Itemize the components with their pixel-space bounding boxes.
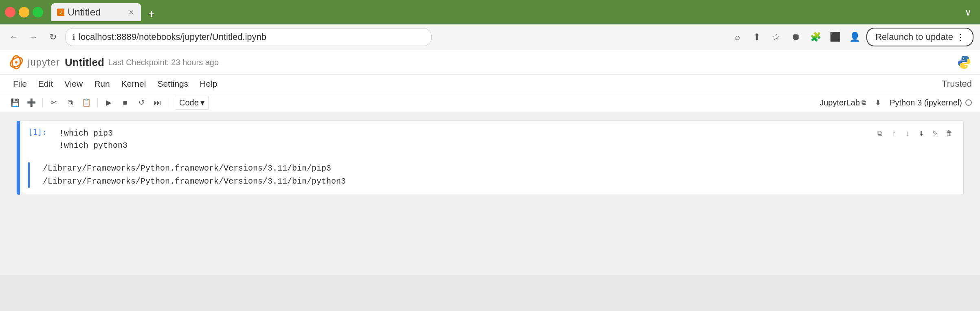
run-button[interactable]: ▶ xyxy=(102,96,116,110)
copy-cell-button[interactable]: ⧉ xyxy=(874,127,886,140)
toolbar-right: JupyterLab ⧉ ⬇ Python 3 (ipykernel) xyxy=(820,96,972,110)
menu-run[interactable]: Run xyxy=(89,77,115,90)
notebook-title[interactable]: Untitled xyxy=(65,56,104,69)
address-bar: ← → ↻ ℹ localhost:8889/notebooks/jupyter… xyxy=(0,24,980,50)
kernel-status-icon xyxy=(965,99,972,106)
relaunch-label: Relaunch to update xyxy=(875,32,953,42)
tab-close-button[interactable]: × xyxy=(127,7,135,18)
code-cell[interactable]: [1]: !which pip3 !which python3 /Library… xyxy=(16,120,964,195)
tab-favicon: J xyxy=(57,9,64,16)
insert-button[interactable]: ⬇ xyxy=(915,127,927,140)
more-button[interactable]: ⋮ xyxy=(956,32,965,42)
checkpoint-text: Last Checkpoint: 23 hours ago xyxy=(108,58,219,67)
forward-button[interactable]: → xyxy=(26,30,41,44)
kernel-info: Python 3 (ipykernel) xyxy=(890,98,972,107)
jupyter-logo-icon xyxy=(8,54,24,70)
copy-button[interactable]: ⧉ xyxy=(63,96,77,110)
output-line-1: /Library/Frameworks/Python.framework/Ver… xyxy=(43,162,346,175)
tab-chevron-icon: ∨ xyxy=(965,7,972,18)
address-input[interactable]: ℹ localhost:8889/notebooks/jupyter/Untit… xyxy=(65,28,432,46)
cell-type-label: Code xyxy=(179,98,199,107)
edit-button[interactable]: ✎ xyxy=(929,127,941,140)
download-button[interactable]: ⬇ xyxy=(871,96,885,110)
cell-type-select[interactable]: Code ▾ xyxy=(175,96,209,110)
reload-button[interactable]: ↻ xyxy=(46,30,60,44)
code-line-2: !which python3 xyxy=(59,140,127,152)
notebook-content: [1]: !which pip3 !which python3 /Library… xyxy=(0,112,980,275)
cell-execution-label: [1]: xyxy=(28,127,53,136)
paste-button[interactable]: 📋 xyxy=(79,96,93,110)
menu-file[interactable]: File xyxy=(8,77,32,90)
new-tab-button[interactable]: + xyxy=(144,7,159,21)
jupyterlab-link[interactable]: JupyterLab ⧉ xyxy=(820,98,866,107)
jupyter-app: jupyter Untitled Last Checkpoint: 23 hou… xyxy=(0,50,980,275)
browser-tab[interactable]: J Untitled × xyxy=(51,3,141,21)
kernel-label: Python 3 (ipykernel) xyxy=(890,98,962,107)
jupyter-logo-text: jupyter xyxy=(28,57,60,68)
menu-edit[interactable]: Edit xyxy=(33,77,58,90)
svg-point-2 xyxy=(15,61,18,64)
menu-help[interactable]: Help xyxy=(195,77,222,90)
cell-content: [1]: !which pip3 !which python3 /Library… xyxy=(20,121,963,195)
jupyterlab-link-icon: ⧉ xyxy=(861,99,866,106)
trusted-badge: Trusted xyxy=(942,79,972,89)
jupyter-logo: jupyter xyxy=(8,54,60,70)
back-button[interactable]: ← xyxy=(7,30,21,44)
cell-output-content: /Library/Frameworks/Python.framework/Ver… xyxy=(28,162,955,188)
menu-kernel[interactable]: Kernel xyxy=(116,77,151,90)
move-down-button[interactable]: ↓ xyxy=(901,127,914,140)
delete-cell-button[interactable]: 🗑 xyxy=(943,127,955,140)
cell-actions: ⧉ ↑ ↓ ⬇ ✎ 🗑 xyxy=(869,124,960,143)
relaunch-button[interactable]: Relaunch to update ⋮ xyxy=(866,28,973,46)
add-cell-button[interactable]: ➕ xyxy=(24,96,38,110)
menu-settings[interactable]: Settings xyxy=(152,77,193,90)
python-logo-icon xyxy=(957,55,972,70)
address-info-icon: ℹ xyxy=(72,32,75,42)
code-line-1: !which pip3 xyxy=(59,127,127,140)
profile-button[interactable]: 👤 xyxy=(847,29,862,45)
stop-button[interactable]: ■ xyxy=(118,96,132,110)
tab-title: Untitled xyxy=(68,7,124,18)
traffic-lights xyxy=(5,7,43,18)
share-button[interactable]: ⬆ xyxy=(749,29,765,45)
move-up-button[interactable]: ↑ xyxy=(888,127,900,140)
jupyterlab-label: JupyterLab xyxy=(820,98,860,107)
sidebar-button[interactable]: ⬛ xyxy=(827,29,843,45)
toolbar-separator-1 xyxy=(42,98,43,107)
save-button[interactable]: 💾 xyxy=(8,96,22,110)
jupyter-header: jupyter Untitled Last Checkpoint: 23 hou… xyxy=(0,50,980,75)
menu-view[interactable]: View xyxy=(59,77,88,90)
cell-output-text: /Library/Frameworks/Python.framework/Ver… xyxy=(43,162,346,188)
toolbar-separator-2 xyxy=(97,98,98,107)
cut-button[interactable]: ✂ xyxy=(47,96,61,110)
cell-active-indicator xyxy=(17,121,20,195)
search-button[interactable]: ⌕ xyxy=(730,29,745,45)
cell-type-arrow-icon: ▾ xyxy=(200,98,204,107)
cell-output: /Library/Frameworks/Python.framework/Ver… xyxy=(28,157,955,188)
menu-bar: File Edit View Run Kernel Settings Help … xyxy=(0,75,980,93)
bookmark-button[interactable]: ☆ xyxy=(769,29,784,45)
restart-run-button[interactable]: ⏭ xyxy=(151,96,165,110)
cell-code-editor[interactable]: !which pip3 !which python3 xyxy=(59,127,127,152)
minimize-window-button[interactable] xyxy=(19,7,29,18)
maximize-window-button[interactable] xyxy=(33,7,43,18)
cell-output-indicator xyxy=(28,162,30,188)
toolbar: 💾 ➕ ✂ ⧉ 📋 ▶ ■ ↺ ⏭ Code ▾ JupyterLab ⧉ ⬇ … xyxy=(0,93,980,112)
cell-input: [1]: !which pip3 !which python3 xyxy=(28,127,955,152)
close-window-button[interactable] xyxy=(5,7,15,18)
record-button[interactable]: ⏺ xyxy=(788,29,804,45)
jupyter-header-right xyxy=(957,55,972,70)
extensions-button[interactable]: 🧩 xyxy=(808,29,823,45)
output-line-2: /Library/Frameworks/Python.framework/Ver… xyxy=(43,175,346,188)
browser-actions: ⌕ ⬆ ☆ ⏺ 🧩 ⬛ 👤 Relaunch to update ⋮ xyxy=(730,28,973,46)
toolbar-separator-3 xyxy=(169,98,169,107)
address-url: localhost:8889/notebooks/jupyter/Untitle… xyxy=(79,32,266,42)
restart-button[interactable]: ↺ xyxy=(134,96,148,110)
